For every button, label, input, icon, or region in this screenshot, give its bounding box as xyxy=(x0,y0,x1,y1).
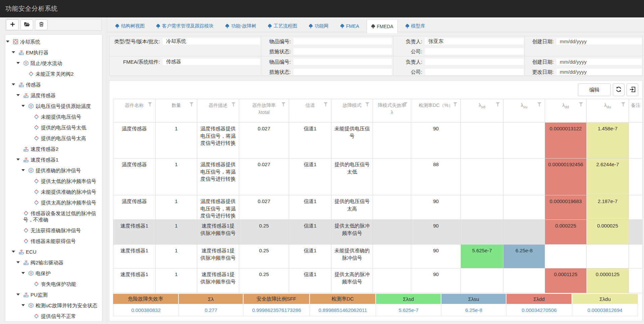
safe-failure-fraction-value: 0.9998623576173286 xyxy=(244,304,310,316)
col-lambda-sd-cell xyxy=(461,268,503,293)
tree-item[interactable]: 未能提供准确的脉冲信号 xyxy=(5,186,102,197)
tab-label: 客户需求管理及跟踪模块 xyxy=(162,23,214,29)
col-lambda-dd-cell: 0.000225 xyxy=(545,220,587,245)
company-field-1-input[interactable] xyxy=(425,48,524,55)
col-remark-header: 备注 xyxy=(629,99,643,123)
fmeda-row[interactable]: 温度传感器1温度传感器提供电压信号，将温度信号进行转换0.027信道1提供的电压… xyxy=(113,195,643,220)
col-dc-rate-cell: 90 xyxy=(411,245,461,268)
system-icon xyxy=(13,39,18,45)
tree-item[interactable]: 未能正常关闭阀2 xyxy=(5,68,102,79)
export-button[interactable] xyxy=(627,83,638,96)
expand-toggle-icon[interactable] xyxy=(12,51,15,53)
field-label: 物品编号: xyxy=(217,59,291,65)
expand-toggle-icon[interactable] xyxy=(21,304,25,306)
fmeda-row[interactable]: 温度传感器1温度传感器提供电压信号，将温度信号进行转换0.027信道1未能提供电… xyxy=(113,123,643,158)
create-date-field-1-input[interactable] xyxy=(556,38,642,45)
tree-item[interactable]: 提供太低的脉冲频率信号 xyxy=(5,176,102,186)
col-failure-mode-cell: 提供太高的脉冲频率信号 xyxy=(331,268,373,293)
expand-toggle-icon[interactable] xyxy=(16,94,20,96)
tab-label: 工艺流程图 xyxy=(274,23,297,29)
tree-item[interactable]: 传感器设备发送过低的脉冲信号，不准确 xyxy=(5,208,102,225)
structure-tree: 冷却系统EM执行器阻止/使水流动未能正常关闭阀2传感器温度传感器以电压信号提供原… xyxy=(5,35,102,322)
tab-model-library[interactable]: 模型库 xyxy=(401,19,429,33)
sigma-lambda-su-header: Σλsu xyxy=(441,294,506,304)
tree-item-label: 未能正常关闭阀2 xyxy=(36,71,73,77)
create-date-field-2-input[interactable] xyxy=(556,59,642,65)
col-quantity-cell: 1 xyxy=(156,245,197,268)
tree-item[interactable]: 速度传感器2 xyxy=(5,143,102,154)
expand-toggle-icon[interactable] xyxy=(6,41,9,43)
edit-button[interactable]: 编辑 xyxy=(578,83,611,96)
col-lambda-du-cell: 0.0000125 xyxy=(587,268,629,293)
column-label: 故障模式 xyxy=(343,103,362,108)
tree-item[interactable]: 温度传感器 xyxy=(5,90,102,101)
tree-item[interactable]: 提供太高的脉冲频率信号 xyxy=(5,197,102,208)
tab-fmeda[interactable]: FMEDA xyxy=(367,19,398,33)
sigma-lambda-dd-value: 0.00034270506 xyxy=(506,304,572,316)
fmeda-row[interactable]: 温度传感器1温度传感器提供电压信号，将温度信号进行转换0.027信道1提供的电压… xyxy=(113,158,643,195)
tree-item[interactable]: 检测uC故障并转为安全状态 xyxy=(5,300,102,311)
tree-item[interactable]: 速度传感器1 xyxy=(5,154,102,165)
col-failure-mode-rate-cell xyxy=(373,220,411,245)
tree-item[interactable]: 无法获得准确脉冲信号 xyxy=(5,225,102,236)
tree-item[interactable]: ECU xyxy=(5,246,102,257)
tree-item[interactable]: 电保护 xyxy=(5,268,102,278)
modify-date-field-input[interactable] xyxy=(556,69,642,75)
col-device-description-cell: 速度传感器1提供脉冲频率信号 xyxy=(197,220,239,245)
fmeda-row[interactable]: 速度传感器11速度传感器1提供脉冲频率信号0.25信道1未能提供准确的脉冲信号9… xyxy=(113,245,643,268)
sigma-lambda-value: 0.277 xyxy=(179,304,244,316)
tree-item[interactable]: 以电压信号提供原始温度 xyxy=(5,101,102,111)
expand-toggle-icon[interactable] xyxy=(12,83,15,85)
field-label: 负责人: xyxy=(348,59,422,65)
delete-button[interactable] xyxy=(35,19,48,30)
tab-structure-tree-view[interactable]: 结构树视图 xyxy=(111,19,149,33)
tree-item[interactable]: EM执行器 xyxy=(5,47,102,58)
col-lambda-su-cell: 6.25e-8 xyxy=(503,245,545,268)
tab-customer-requirements[interactable]: 客户需求管理及跟踪模块 xyxy=(152,19,218,33)
tree-item[interactable]: 提供的电压信号太低 xyxy=(5,122,102,133)
tree-item[interactable]: 传感器未能获得信号 xyxy=(5,236,102,246)
tree-item[interactable]: PU监测 xyxy=(5,289,102,300)
field-label: 措施状态: xyxy=(217,48,291,55)
tab-label: 模型库 xyxy=(411,23,425,29)
open-button[interactable] xyxy=(20,19,33,30)
tree-icon xyxy=(268,24,272,28)
col-channel-cell: 信道1 xyxy=(289,195,331,220)
tree-item[interactable]: 阀2输出驱动器 xyxy=(5,257,102,268)
tree-item[interactable]: 提供的电压信号太高 xyxy=(5,133,102,143)
expand-toggle-icon[interactable] xyxy=(12,251,15,253)
col-channel-cell: 信道1 xyxy=(289,268,331,293)
tree-item[interactable]: 提供信号不正常 xyxy=(5,311,102,321)
tree-item[interactable]: 提供准确的脉冲信号 xyxy=(5,165,102,176)
tree-item-label: 丧失电保护功能 xyxy=(41,281,76,287)
col-dc-rate-cell: 90 xyxy=(411,123,461,158)
tab-fmea[interactable]: FMEA xyxy=(336,19,363,33)
tree-item[interactable]: 传感器 xyxy=(5,79,102,90)
tree-icon xyxy=(371,24,375,29)
tab-function-net[interactable]: 功能网 xyxy=(305,19,333,33)
col-lambda-dd-header: λdd xyxy=(545,99,587,123)
trash-icon xyxy=(39,21,44,28)
expand-toggle-icon[interactable] xyxy=(21,169,25,171)
tree-item[interactable]: 丧失电保护功能 xyxy=(5,278,102,289)
expand-toggle-icon[interactable] xyxy=(16,62,20,64)
expand-toggle-icon[interactable] xyxy=(21,105,25,107)
expand-toggle-icon[interactable] xyxy=(16,158,20,160)
tab-process-flow-diagram[interactable]: 工艺流程图 xyxy=(264,19,301,33)
form-divider xyxy=(109,56,642,56)
fmeda-row[interactable]: 速度传感器11速度传感器1提供脉冲频率信号0.25信道1提供太低的脉冲频率信号9… xyxy=(113,220,643,245)
tree-toolbar xyxy=(5,19,102,31)
tree-item[interactable]: 未能提供电压信号 xyxy=(5,111,102,122)
col-dc-rate-cell: 90 xyxy=(411,195,461,220)
tab-function-fault-tree[interactable]: 功能-故障树 xyxy=(221,19,260,33)
fmeda-row[interactable]: 速度传感器11速度传感器1提供脉冲频率信号0.25信道1提供太高的脉冲频率信号9… xyxy=(113,268,643,293)
expand-toggle-icon[interactable] xyxy=(16,294,20,296)
refresh-button[interactable] xyxy=(613,83,625,96)
expand-toggle-icon[interactable] xyxy=(21,272,25,274)
add-node-button[interactable] xyxy=(6,19,19,30)
col-lambda-sd-cell xyxy=(461,195,503,220)
expand-toggle-icon[interactable] xyxy=(16,261,20,263)
col-quantity-cell: 1 xyxy=(156,220,197,245)
field-label: 类型/型号/版本/批次: xyxy=(86,38,160,45)
col-lambda-du-cell: 1.458e-7 xyxy=(587,123,629,158)
